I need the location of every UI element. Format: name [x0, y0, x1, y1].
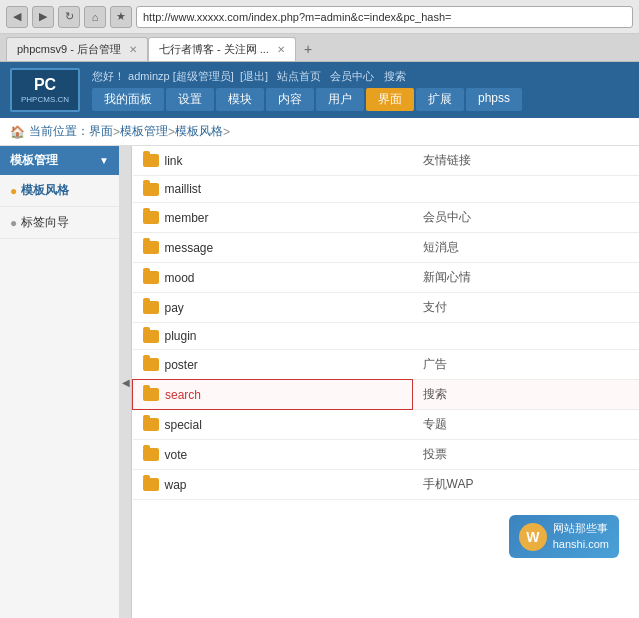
- username-link[interactable]: adminzp: [128, 70, 170, 82]
- file-name: mood: [165, 271, 195, 285]
- table-row[interactable]: search搜索: [133, 380, 640, 410]
- file-name-cell: message: [133, 233, 413, 263]
- file-description: 手机WAP: [413, 470, 640, 500]
- tab-blog-close[interactable]: ✕: [277, 44, 285, 55]
- watermark-line1: 网站那些事: [553, 521, 609, 536]
- nav-modules[interactable]: 模块: [216, 88, 264, 111]
- cms-nav: 我的面板 设置 模块 内容 用户 界面 扩展 phpss: [92, 88, 629, 111]
- file-name: message: [165, 241, 214, 255]
- table-row[interactable]: pay支付: [133, 293, 640, 323]
- file-name-cell: link: [133, 146, 413, 176]
- folder-icon: [143, 358, 159, 371]
- watermark-inner: W 网站那些事 hanshi.com: [509, 515, 619, 558]
- file-name-cell: maillist: [133, 176, 413, 203]
- nav-settings[interactable]: 设置: [166, 88, 214, 111]
- nav-interface[interactable]: 界面: [366, 88, 414, 111]
- table-row[interactable]: special专题: [133, 410, 640, 440]
- role-label: [超级管理员]: [173, 70, 234, 82]
- table-row[interactable]: maillist: [133, 176, 640, 203]
- member-center-link[interactable]: 会员中心: [330, 70, 374, 82]
- nav-extend[interactable]: 扩展: [416, 88, 464, 111]
- nav-dashboard[interactable]: 我的面板: [92, 88, 164, 111]
- file-name: plugin: [165, 329, 197, 343]
- watermark-w-icon: W: [519, 523, 547, 551]
- folder-icon: [143, 211, 159, 224]
- breadcrumb-template-style[interactable]: 模板风格: [175, 123, 223, 140]
- nav-phpcms[interactable]: phpss: [466, 88, 522, 111]
- refresh-button[interactable]: ↻: [58, 6, 80, 28]
- table-row[interactable]: member会员中心: [133, 203, 640, 233]
- folder-icon: [143, 183, 159, 196]
- file-description: 友情链接: [413, 146, 640, 176]
- file-name-cell: wap: [133, 470, 413, 500]
- file-description: 广告: [413, 350, 640, 380]
- sidebar-item-tag-wizard[interactable]: ● 标签向导: [0, 207, 119, 239]
- table-row[interactable]: link友情链接: [133, 146, 640, 176]
- nav-users[interactable]: 用户: [316, 88, 364, 111]
- file-description: 投票: [413, 440, 640, 470]
- home-button[interactable]: ⌂: [84, 6, 106, 28]
- file-name-cell: poster: [133, 350, 413, 380]
- file-name: vote: [165, 448, 188, 462]
- cms-header: PC PHPCMS.CN 您好！ adminzp [超级管理员] [退出] 站点…: [0, 62, 639, 118]
- nav-content[interactable]: 内容: [266, 88, 314, 111]
- folder-icon: [143, 478, 159, 491]
- back-button[interactable]: ◀: [6, 6, 28, 28]
- table-row[interactable]: plugin: [133, 323, 640, 350]
- watermark-line2: hanshi.com: [553, 537, 609, 552]
- folder-icon: [143, 154, 159, 167]
- file-description: [413, 323, 640, 350]
- table-row[interactable]: vote投票: [133, 440, 640, 470]
- sidebar-bullet2: ●: [10, 216, 17, 230]
- file-description: 搜索: [413, 380, 640, 410]
- file-name: poster: [165, 358, 198, 372]
- search-link[interactable]: 搜索: [384, 70, 406, 82]
- table-row[interactable]: mood新闻心情: [133, 263, 640, 293]
- breadcrumb-interface[interactable]: 当前位置：界面: [29, 123, 113, 140]
- folder-icon: [143, 241, 159, 254]
- file-description: 新闻心情: [413, 263, 640, 293]
- file-description: 会员中心: [413, 203, 640, 233]
- greeting: 您好！: [92, 70, 125, 82]
- logout-link[interactable]: [退出]: [240, 70, 268, 82]
- forward-button[interactable]: ▶: [32, 6, 54, 28]
- folder-icon: [143, 330, 159, 343]
- file-name-cell: mood: [133, 263, 413, 293]
- file-description: 支付: [413, 293, 640, 323]
- breadcrumb-sep3: >: [223, 125, 230, 139]
- sidebar-collapse-handle[interactable]: ◀: [120, 146, 132, 618]
- url-bar[interactable]: [136, 6, 633, 28]
- cms-logo: PC PHPCMS.CN: [10, 68, 80, 112]
- breadcrumb-icon: 🏠: [10, 125, 25, 139]
- file-name-cell: search: [133, 380, 413, 410]
- sidebar-label-tag-wizard: 标签向导: [21, 214, 69, 231]
- file-description: [413, 176, 640, 203]
- table-row[interactable]: poster广告: [133, 350, 640, 380]
- tab-admin[interactable]: phpcmsv9 - 后台管理 ✕: [6, 37, 148, 61]
- site-home-link[interactable]: 站点首页: [277, 70, 321, 82]
- file-name: search: [165, 388, 201, 402]
- table-row[interactable]: wap手机WAP: [133, 470, 640, 500]
- sidebar-label-template-style: 模板风格: [21, 182, 69, 199]
- tab-blog[interactable]: 七行者博客 - 关注网 ... ✕: [148, 37, 296, 61]
- sidebar-item-template-style[interactable]: ● 模板风格: [0, 175, 119, 207]
- watermark-text: 网站那些事 hanshi.com: [553, 521, 609, 552]
- sidebar: 模板管理 ▼ ● 模板风格 ● 标签向导: [0, 146, 120, 618]
- file-name-cell: plugin: [133, 323, 413, 350]
- new-tab-button[interactable]: +: [296, 37, 320, 61]
- tab-admin-close[interactable]: ✕: [129, 44, 137, 55]
- tab-admin-label: phpcmsv9 - 后台管理: [17, 42, 121, 57]
- breadcrumb-template-mgmt[interactable]: 模板管理: [120, 123, 168, 140]
- breadcrumb-sep2: >: [168, 125, 175, 139]
- star-button[interactable]: ★: [110, 6, 132, 28]
- sidebar-toggle-icon[interactable]: ▼: [99, 155, 109, 166]
- logo-pc: PC: [34, 77, 56, 93]
- folder-icon: [143, 271, 159, 284]
- file-name: pay: [165, 301, 184, 315]
- browser-tabs: phpcmsv9 - 后台管理 ✕ 七行者博客 - 关注网 ... ✕ +: [0, 34, 639, 62]
- table-row[interactable]: message短消息: [133, 233, 640, 263]
- watermark: W 网站那些事 hanshi.com: [509, 515, 619, 558]
- folder-icon: [143, 418, 159, 431]
- sidebar-title: 模板管理: [10, 152, 58, 169]
- file-name: link: [165, 154, 183, 168]
